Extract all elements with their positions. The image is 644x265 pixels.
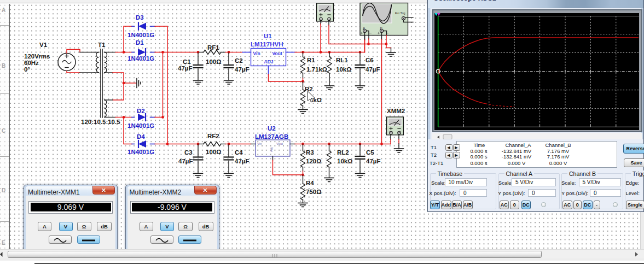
svg-text:T1: T1 bbox=[98, 42, 106, 48]
svg-text:U1: U1 bbox=[264, 33, 272, 39]
svg-text:C5: C5 bbox=[366, 149, 374, 156]
svg-text:47µF: 47µF bbox=[235, 66, 249, 73]
svg-text:ADJ: ADJ bbox=[264, 59, 274, 64]
svg-text:D3: D3 bbox=[136, 14, 144, 21]
svg-text:XMM2: XMM2 bbox=[387, 108, 405, 114]
svg-text:D1: D1 bbox=[136, 39, 144, 46]
svg-text:R3: R3 bbox=[306, 149, 314, 156]
svg-text:C4: C4 bbox=[235, 149, 243, 156]
svg-text:Vin: Vin bbox=[253, 51, 260, 56]
svg-text:10kΩ: 10kΩ bbox=[337, 158, 352, 164]
svg-text:R1: R1 bbox=[307, 57, 315, 63]
svg-text:U2: U2 bbox=[268, 125, 276, 132]
svg-text:47µF: 47µF bbox=[366, 158, 380, 164]
svg-text:1N4001G: 1N4001G bbox=[127, 149, 154, 155]
svg-text:RF1: RF1 bbox=[207, 44, 219, 51]
svg-text:1N4001G: 1N4001G bbox=[127, 32, 154, 38]
svg-text:100Ω: 100Ω bbox=[206, 58, 221, 65]
svg-text:R2: R2 bbox=[305, 86, 313, 92]
svg-text:Adj: Adj bbox=[270, 148, 273, 152]
svg-text:100Ω: 100Ω bbox=[206, 149, 221, 155]
svg-text:RL2: RL2 bbox=[337, 149, 349, 156]
svg-text:47µF: 47µF bbox=[235, 158, 249, 164]
svg-text:LM117HVH: LM117HVH bbox=[251, 41, 283, 48]
svg-text:1N4001G: 1N4001G bbox=[127, 55, 154, 62]
svg-text:1N4001G: 1N4001G bbox=[127, 122, 154, 129]
svg-text:D2: D2 bbox=[137, 108, 145, 114]
svg-text:0°: 0° bbox=[24, 66, 30, 73]
svg-text:10kΩ: 10kΩ bbox=[336, 66, 351, 73]
svg-text:60Hz: 60Hz bbox=[24, 60, 39, 66]
svg-text:47µF: 47µF bbox=[178, 158, 193, 164]
svg-text:Vout: Vout bbox=[272, 51, 282, 56]
svg-text:LM137AGB: LM137AGB bbox=[255, 133, 288, 140]
svg-text:Vin: Vin bbox=[257, 142, 262, 145]
svg-text:R4: R4 bbox=[306, 180, 314, 186]
svg-text:D4: D4 bbox=[137, 133, 145, 140]
svg-text:C1: C1 bbox=[183, 58, 191, 65]
svg-text:RF2: RF2 bbox=[207, 133, 219, 139]
svg-text:Ext Trig: Ext Trig bbox=[395, 11, 405, 15]
svg-text:47µF: 47µF bbox=[178, 65, 192, 72]
svg-text:750Ω: 750Ω bbox=[306, 189, 321, 195]
svg-text:47µF: 47µF bbox=[365, 66, 380, 73]
svg-text:120Vrms: 120Vrms bbox=[24, 53, 50, 60]
svg-text:C6: C6 bbox=[365, 57, 374, 63]
svg-text:1.71kΩ: 1.71kΩ bbox=[306, 66, 327, 73]
svg-text:Vout: Vout bbox=[276, 142, 283, 145]
svg-text:120:10.5:10.5: 120:10.5:10.5 bbox=[81, 119, 120, 125]
svg-text:RL1: RL1 bbox=[336, 57, 348, 63]
svg-text:120Ω: 120Ω bbox=[306, 158, 321, 164]
svg-text:C3: C3 bbox=[184, 149, 193, 156]
svg-text:V1: V1 bbox=[39, 42, 48, 48]
svg-text:C2: C2 bbox=[235, 57, 243, 64]
